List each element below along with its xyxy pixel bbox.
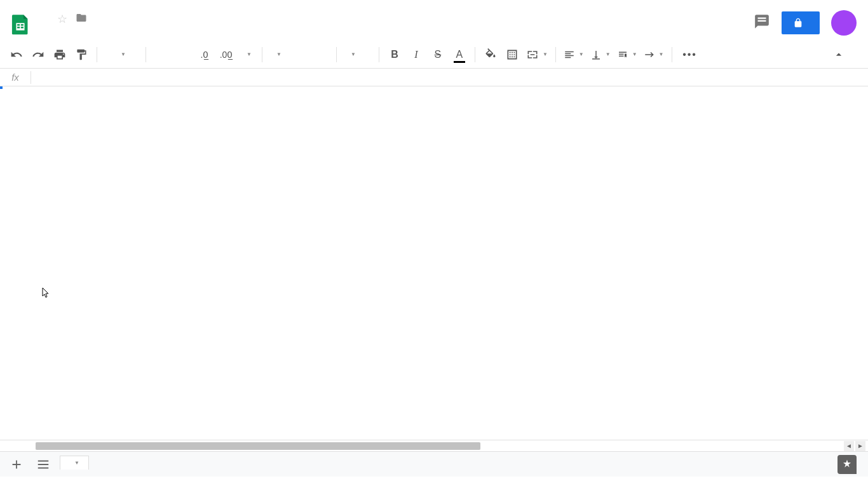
increase-decimals-button[interactable]: .00̲: [216, 45, 236, 64]
share-button[interactable]: [782, 11, 820, 34]
menu-data[interactable]: [118, 29, 133, 34]
bold-button[interactable]: B: [384, 45, 405, 64]
borders-button[interactable]: [502, 45, 522, 64]
menu-insert[interactable]: [88, 29, 103, 34]
comments-icon[interactable]: [754, 13, 770, 32]
move-folder-icon[interactable]: [75, 12, 88, 27]
menu-edit[interactable]: [57, 29, 72, 34]
undo-button[interactable]: [6, 45, 27, 64]
grid-area[interactable]: [0, 86, 868, 440]
paint-format-button[interactable]: [71, 45, 92, 64]
scroll-left-icon[interactable]: ◄: [844, 441, 854, 451]
menu-format[interactable]: [103, 29, 118, 34]
fill-color-button[interactable]: [480, 45, 501, 64]
collapse-toolbar-button[interactable]: [829, 45, 849, 64]
redo-button[interactable]: [28, 45, 48, 64]
strikethrough-button[interactable]: S: [428, 45, 448, 64]
menu-view[interactable]: [72, 29, 88, 34]
sheet-tab[interactable]: ▼: [60, 456, 89, 470]
zoom-dropdown[interactable]: ▼: [102, 45, 140, 64]
menu-file[interactable]: [42, 29, 57, 34]
add-sheet-button[interactable]: [6, 454, 27, 475]
scroll-right-icon[interactable]: ►: [855, 441, 865, 451]
italic-button[interactable]: I: [406, 45, 426, 64]
star-icon[interactable]: ☆: [57, 12, 67, 26]
doc-title[interactable]: [42, 18, 50, 20]
menu-help[interactable]: [164, 29, 179, 34]
menu-addons[interactable]: [149, 29, 164, 34]
toolbar: ▼ .0̲ .00̲ ▼ ▼ ▼ B I S A ▼ ▼ ▼ ▼ ▼ •••: [0, 41, 868, 69]
horizontal-scrollbar[interactable]: ◄ ►: [0, 440, 868, 451]
number-format-dropdown[interactable]: ▼: [238, 45, 257, 64]
cursor-icon: [42, 287, 51, 301]
text-color-button[interactable]: A: [449, 45, 470, 64]
formula-input[interactable]: [31, 69, 868, 86]
explore-button[interactable]: [837, 455, 857, 474]
menu-tools[interactable]: [133, 29, 149, 34]
avatar[interactable]: [831, 10, 857, 36]
vertical-align-button[interactable]: ▼: [588, 45, 613, 64]
currency-button[interactable]: [151, 45, 172, 64]
horizontal-align-button[interactable]: ▼: [561, 45, 587, 64]
font-size-dropdown[interactable]: ▼: [342, 45, 374, 64]
print-button[interactable]: [50, 45, 70, 64]
text-rotation-button[interactable]: ▼: [641, 45, 667, 64]
merge-button[interactable]: ▼: [524, 45, 550, 64]
fx-label: fx: [0, 72, 31, 83]
all-sheets-button[interactable]: [33, 454, 53, 475]
more-toolbar-button[interactable]: •••: [680, 45, 700, 64]
sheets-app-icon[interactable]: [6, 10, 34, 38]
font-dropdown[interactable]: ▼: [268, 45, 331, 64]
text-wrap-button[interactable]: ▼: [614, 45, 640, 64]
decrease-decimals-button[interactable]: .0̲: [194, 45, 215, 64]
percent-button[interactable]: [173, 45, 193, 64]
